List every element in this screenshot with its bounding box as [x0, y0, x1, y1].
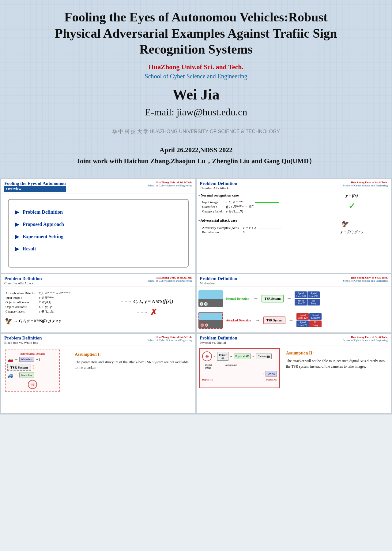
normal-detection-label: Normal Detection: [226, 297, 249, 300]
adversarial-title: • Adversarial attack case: [198, 218, 311, 223]
det-row-4: Object locations : L ∈ [0,1]⁴: [6, 305, 70, 309]
input-row: Input image : x ∈ ℝᴴˣᵂˣᶜ: [202, 200, 281, 204]
slide4-affiliation: Hua Zhong Univ. of Sci.&Tech. School of …: [343, 276, 388, 282]
university-name: HuaZhong Univ.of Sci. and Tech.: [18, 63, 374, 71]
det-label-2: Input image :: [6, 296, 37, 299]
signs-on-road: 60 90: [200, 302, 208, 306]
header-section: Fooling the Eyes of Autonomou Vehicles:R…: [0, 0, 392, 178]
cross-icon: ✗: [150, 307, 157, 317]
perturbation-row: Perturbation : δ: [202, 230, 284, 234]
nms-formula-area: →→→ C, L, y = NMS(f(x)): [121, 299, 173, 304]
speed-70: SpeedLimit 70: [295, 299, 307, 305]
sign-1-atk: 60: [200, 323, 204, 327]
author-name: Wei Jia: [18, 86, 374, 103]
slide2-header: Problem Definition Classifier AEs Attack…: [197, 179, 391, 191]
whitebox-row: 🚗 → White-box →?: [7, 357, 58, 362]
process-labels-row: Digital Image Background: [202, 364, 277, 369]
slide3-content: An anchor-free Detector : f(·) : ℝᴴˣᵂˣᶜ …: [1, 287, 195, 330]
check-icon: ✓: [348, 201, 356, 211]
classifier-formula: f(·) : ℝᴴˣᵂˣᶜ → ℝᴺ: [224, 205, 253, 209]
slide-prob-def-classifier: Problem Definition Classifier AEs Attack…: [197, 179, 391, 273]
det-formula-3: C ∈ [0,1]: [38, 301, 70, 304]
dnn-box: DNNs: [266, 371, 277, 377]
signs-on-road-atk: 60 90: [200, 323, 208, 327]
perturbation-formula: δ: [241, 230, 256, 234]
road-scene-attacked: 60 90: [198, 312, 223, 329]
slide2-title-block: Problem Definition Classifier AEs Attack: [200, 181, 237, 190]
det-row-5: Category labels : y ∈ {1,...,N}: [6, 310, 70, 313]
arrow-proc-3: →: [252, 355, 255, 358]
header-content: Fooling the Eyes of Autonomou Vehicles:R…: [18, 9, 374, 166]
assumption2-title: Assumption II:: [286, 351, 387, 356]
category-label: Category label :: [202, 209, 224, 213]
detector-table: An anchor-free Detector : f(·) : ℝᴴˣᵂˣᶜ …: [5, 290, 70, 314]
overview-item-4: ▶ Result: [15, 246, 182, 252]
slide4-content: 60 90 Normal Detection → TSR System → Sp…: [197, 287, 391, 332]
slide-overview: Fooling the Eyes of Autonomou Overview H…: [1, 179, 195, 273]
physical-ae-box: Physical AE: [234, 354, 251, 359]
det-formula-2: x ∈ ℝᴴˣᵂˣᶜ: [38, 296, 70, 299]
overview-item-1: ▶ Problem Definition: [15, 209, 182, 216]
det-label-1: An anchor-free Detector :: [6, 291, 37, 295]
slide5-content: Adversarial Attack 🚗 → White-box →? TSR …: [1, 346, 195, 413]
attacked-detection-row: 60 90 Attacked Detection → TSR System → …: [198, 312, 389, 329]
overview-item-2: ▶ Proposed Approach: [15, 221, 182, 228]
assumption1-title: Assumption I:: [75, 352, 190, 357]
adversarial-table: Adversary examples (AEs) : x' = x + δ Pe…: [202, 225, 284, 234]
adversary-label: Adversary examples (AEs) :: [202, 226, 240, 230]
det-row-3: Object confidences : C ∈ [0,1]: [6, 301, 70, 304]
sign-40-circle: 40: [28, 380, 37, 389]
no-entry-normal: NoEntry: [307, 299, 320, 305]
sign-2-atk: 90: [205, 323, 208, 327]
speed-70-atk: SpeedLimit 70: [296, 320, 309, 327]
label-digital-image: Digital Image: [202, 364, 214, 369]
sign-2: 90: [204, 302, 208, 306]
physical-process-box: 40 → Printer🖨️ → Physical AE → Camera📷: [199, 348, 280, 388]
slide1-affiliation: Hua Zhong Univ. of Sci.&Tech. School of …: [148, 181, 192, 187]
date-line: April 26.2022,NDSS 2022: [18, 146, 374, 154]
whitebox-box: White-box: [19, 357, 34, 362]
result-signs-normal: SpeedLimit 120 SpeedLimit 90 SpeedLimit …: [295, 291, 320, 305]
tsr-box-attacked: TSR System: [263, 317, 286, 324]
slides-grid: Fooling the Eyes of Autonomou Overview H…: [0, 178, 392, 414]
det-row-2: Input image : x ∈ ℝᴴˣᵂˣᶜ: [6, 296, 70, 299]
y-prime-result: y' = f(x') ,y' ≠ y: [341, 230, 363, 234]
slide5-title: Problem Definition: [4, 335, 42, 341]
classifier-label: Classifier :: [202, 205, 224, 209]
arrow-icon-2: ▶: [15, 221, 19, 228]
classifier-row: Classifier : f(·) : ℝᴴˣᵂˣᶜ → ℝᴺ: [202, 205, 281, 209]
y-equals-fx: y = f(x): [346, 193, 358, 198]
slide5-title-block: Problem Definition Black-box vs. White-b…: [4, 335, 42, 344]
nms-formula: C, L, y = NMS(f(x)): [134, 299, 173, 304]
input-formula: x ∈ ℝᴴˣᵂˣᶜ: [224, 200, 253, 204]
assumption2-text: Assumption II: The attacker will not be …: [282, 346, 391, 391]
slide3-title: Problem Definition: [4, 276, 42, 281]
digital-ae-labels: Digital AE Digital AE: [202, 378, 277, 381]
det-label-5: Category labels :: [6, 310, 37, 313]
result-signs-attacked: SpeedLimit 120 SpeedLimit 90 SpeedLimit …: [296, 313, 322, 327]
arrow-right-3: →: [255, 317, 260, 323]
digital-ae-2: Digital AE: [266, 378, 277, 381]
blackbox-box: Black-box: [19, 373, 34, 377]
adversarial-result: 🦅 y' = f(x') ,y' ≠ y: [341, 220, 363, 234]
normal-result: y = f(x) ✓: [346, 193, 358, 211]
slide6-subtitle: Physcial vs. Digital: [200, 341, 237, 344]
assumption2-body: The attacker will not be able to inject …: [286, 358, 387, 369]
sign-1: 60: [200, 302, 203, 306]
input-label: Input image :: [202, 200, 224, 204]
speed-120: SpeedLimit 120: [295, 291, 307, 298]
road-scene-normal: 60 90: [198, 290, 223, 307]
number-40: 40: [7, 380, 58, 389]
det-formula-bottom: C, L, y' = NMS(f(x')) ,y' ≠ y: [19, 319, 61, 323]
arrow-icon-4: ▶: [15, 246, 19, 252]
slide2-title: Problem Definition: [200, 181, 237, 186]
adversarial-attack-diagram: Adversarial Attack 🚗 → White-box →? TSR …: [5, 350, 60, 392]
speed-90-atk: SpeedLimit 90: [309, 313, 322, 320]
tsr-system-box: TSR System: [7, 364, 31, 371]
slide5-affiliation: Hua Zhong Univ. of Sci.&Tech. School of …: [148, 335, 192, 342]
slide1-content: ▶ Problem Definition ▶ Proposed Approach…: [1, 193, 195, 273]
blackbox-diagram: Adversarial Attack 🚗 → White-box →? TSR …: [2, 347, 70, 412]
checkmark-area: ✓: [346, 201, 358, 211]
cross-area: →→→ ✗: [137, 307, 157, 317]
blackbox-row: 🚙 → Black-box: [7, 372, 58, 378]
